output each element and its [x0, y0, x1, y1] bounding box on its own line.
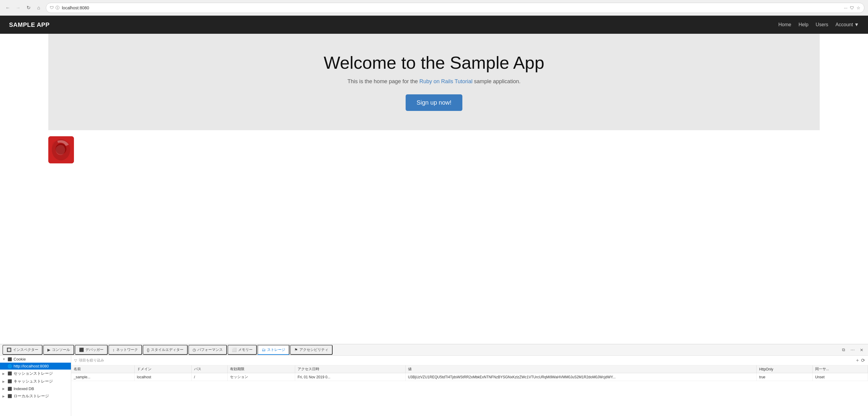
browser-chrome: ← → ↻ ⌂ 🛡 ⓘ localhost:8080 ··· 🛡 ☆ [0, 0, 868, 16]
address-bar[interactable]: 🛡 ⓘ localhost:8080 ··· 🛡 ☆ [46, 3, 864, 13]
info-icon: ⓘ [56, 5, 59, 10]
hero-subtitle: This is the home page for the Ruby on Ra… [347, 78, 520, 85]
nav-help[interactable]: Help [799, 22, 809, 28]
hero-title: Welcome to the Sample App [324, 53, 545, 72]
address-bar-right: ··· 🛡 ☆ [844, 5, 861, 10]
signup-button[interactable]: Sign up now! [406, 94, 462, 111]
home-button[interactable]: ⌂ [34, 4, 43, 12]
hero-subtitle-prefix: This is the home page for the [347, 78, 419, 84]
nav-buttons: ← → ↻ ⌂ [4, 4, 43, 12]
hero-subtitle-suffix: sample application. [473, 78, 521, 84]
nav-account-dropdown[interactable]: Account ▼ [835, 22, 859, 28]
hero-section: Welcome to the Sample App This is the ho… [48, 34, 820, 130]
url-text: localhost:8080 [62, 5, 841, 10]
back-button[interactable]: ← [4, 4, 12, 12]
nav-account-label: Account [835, 22, 853, 28]
chevron-down-icon: ▼ [854, 22, 859, 28]
more-icon: ··· [844, 5, 847, 10]
address-security-icons: 🛡 ⓘ [50, 5, 59, 10]
bookmark-icon: ☆ [857, 5, 861, 10]
nav-users[interactable]: Users [816, 22, 829, 28]
shield-icon: 🛡 [50, 5, 54, 10]
nav-home[interactable]: Home [778, 22, 791, 28]
rails-logo [48, 136, 74, 163]
rails-tutorial-link[interactable]: Ruby on Rails Tutorial [419, 78, 472, 84]
forward-button[interactable]: → [14, 4, 22, 12]
main-content [0, 130, 868, 169]
pocket-icon: 🛡 [850, 5, 854, 10]
app-nav-links: Home Help Users Account ▼ [778, 22, 859, 28]
reload-button[interactable]: ↻ [24, 4, 33, 12]
app-navbar: SAMPLE APP Home Help Users Account ▼ [0, 16, 868, 34]
app-brand[interactable]: SAMPLE APP [9, 22, 778, 28]
